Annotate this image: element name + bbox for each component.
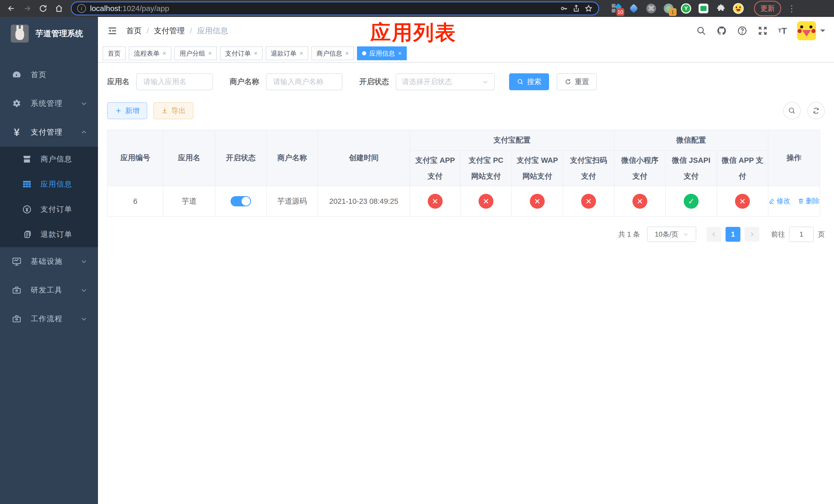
- cell-merchant: 芋道源码: [266, 186, 318, 216]
- cell-app-id: 6: [107, 186, 163, 216]
- toolbox-icon: [11, 284, 23, 296]
- sidebar-item-pay-order[interactable]: 支付订单: [0, 197, 98, 222]
- tab-home[interactable]: 首页: [103, 46, 126, 60]
- browser-forward-button[interactable]: [21, 2, 34, 15]
- tab-close-icon[interactable]: ×: [398, 50, 402, 56]
- tab-refund-order[interactable]: 退款订单×: [266, 46, 308, 60]
- sidebar-item-dev-tools[interactable]: 研发工具: [0, 276, 98, 304]
- cell-created: 2021-10-23 08:49:25: [318, 186, 410, 216]
- cell-wechat-lite: ✕: [614, 186, 665, 216]
- next-page-button[interactable]: [745, 227, 760, 242]
- search-icon: [517, 78, 524, 85]
- browser-reload-button[interactable]: [37, 2, 50, 15]
- col-header-alipay-qr: 支付宝扫码支付: [563, 151, 614, 186]
- password-key-icon[interactable]: [560, 4, 568, 13]
- tab-merchant-info[interactable]: 商户信息×: [311, 46, 354, 60]
- sidebar-item-app-info[interactable]: 应用信息: [0, 172, 98, 197]
- github-icon[interactable]: [717, 26, 727, 36]
- channel-status-icon: ✓: [684, 194, 699, 209]
- extension-command-icon[interactable]: ⌘: [646, 3, 657, 14]
- site-info-icon[interactable]: i: [77, 4, 86, 13]
- col-header-alipay-app: 支付宝 APP 支付: [410, 151, 460, 186]
- sidebar-item-pay[interactable]: ¥ 支付管理: [0, 118, 98, 147]
- breadcrumb: 首页 / 支付管理 / 应用信息: [126, 26, 228, 36]
- search-icon: [788, 107, 796, 115]
- edit-icon: [768, 198, 775, 204]
- browser-profile-avatar[interactable]: [733, 3, 744, 14]
- prev-page-button[interactable]: [706, 227, 721, 242]
- browser-menu-icon[interactable]: ⋮: [787, 6, 796, 11]
- breadcrumb-pay[interactable]: 支付管理: [154, 26, 185, 36]
- extension-badge: 1: [669, 8, 677, 16]
- app-name-input[interactable]: [136, 73, 213, 90]
- sidebar-item-infra[interactable]: 基础设施: [0, 247, 98, 276]
- sidebar-item-system[interactable]: 系统管理: [0, 89, 98, 118]
- share-icon[interactable]: [572, 4, 580, 13]
- reset-button[interactable]: 重置: [557, 73, 597, 90]
- search-button[interactable]: 搜索: [509, 73, 549, 90]
- documents-icon: [21, 229, 33, 240]
- col-header-merchant: 商户名称: [266, 130, 318, 186]
- tab-close-icon[interactable]: ×: [345, 50, 349, 56]
- header-search-icon[interactable]: [696, 26, 706, 36]
- tab-user-group[interactable]: 用户分组×: [174, 46, 217, 60]
- font-size-icon[interactable]: TT: [778, 26, 787, 35]
- add-button[interactable]: 新增: [107, 102, 147, 119]
- page-number-1[interactable]: 1: [725, 227, 740, 242]
- browser-update-button[interactable]: 更新: [754, 1, 781, 16]
- fullscreen-icon[interactable]: [758, 26, 768, 36]
- edit-link[interactable]: 修改: [768, 197, 790, 206]
- goto-page-input[interactable]: [789, 227, 814, 242]
- extension-recorder-icon[interactable]: 1: [663, 3, 674, 14]
- plus-icon: [115, 107, 122, 114]
- col-header-wechat-jsapi: 微信 JSAPI 支付: [665, 151, 717, 186]
- sidebar-item-workflow[interactable]: 工作流程: [0, 304, 98, 333]
- tab-close-icon[interactable]: ×: [208, 50, 212, 56]
- sidebar-item-home[interactable]: 首页: [0, 61, 98, 89]
- help-icon[interactable]: [737, 26, 747, 36]
- chevron-up-icon: [81, 129, 87, 136]
- col-group-wechat: 微信配置: [614, 130, 768, 151]
- sidebar-item-refund-order[interactable]: 退款订单: [0, 222, 98, 247]
- extension-blocks-icon[interactable]: 10: [611, 3, 622, 14]
- tab-close-icon[interactable]: ×: [300, 50, 303, 56]
- trash-icon: [797, 198, 804, 204]
- merchant-name-input[interactable]: [266, 73, 343, 90]
- delete-link[interactable]: 删除: [797, 197, 820, 206]
- bookmark-star-icon[interactable]: [585, 4, 593, 13]
- extension-chat-icon[interactable]: [698, 3, 709, 14]
- tab-close-icon[interactable]: ×: [162, 50, 166, 56]
- user-avatar-menu[interactable]: [797, 21, 825, 40]
- cell-wechat-app: ✕: [717, 186, 768, 216]
- page-size-select[interactable]: 10条/页: [647, 227, 696, 242]
- browser-toolbar: i localhost:1024/pay/app 10 ⌘ 1 Y 更新 ⋮: [0, 0, 834, 17]
- app-table: 应用编号 应用名 开启状态 商户名称 创建时间 支付宝配置 微信配置 操作 支付…: [107, 130, 820, 217]
- sidebar-item-merchant-info[interactable]: 商户信息: [0, 147, 98, 172]
- export-button[interactable]: 导出: [153, 102, 193, 119]
- cell-alipay-app: ✕: [410, 186, 460, 216]
- breadcrumb-home[interactable]: 首页: [126, 26, 141, 36]
- address-bar[interactable]: i localhost:1024/pay/app: [71, 2, 599, 15]
- tab-close-icon[interactable]: ×: [254, 50, 258, 56]
- app-logo-row[interactable]: 芋道管理系统: [0, 17, 98, 50]
- refresh-table-button[interactable]: [807, 102, 825, 119]
- browser-home-button[interactable]: [52, 2, 66, 15]
- shop-icon: [21, 153, 33, 165]
- tab-pay-order[interactable]: 支付订单×: [220, 46, 263, 60]
- coin-yen-icon: [21, 204, 33, 215]
- app-logo: [11, 25, 29, 43]
- extension-kite-icon[interactable]: [628, 3, 639, 14]
- col-group-alipay: 支付宝配置: [410, 130, 614, 151]
- extensions-puzzle-icon[interactable]: [716, 3, 726, 14]
- status-toggle[interactable]: [231, 196, 251, 206]
- chevron-down-icon: [81, 100, 87, 107]
- breadcrumb-current: 应用信息: [197, 26, 228, 36]
- sidebar-collapse-icon[interactable]: [107, 25, 118, 37]
- tab-app-info[interactable]: 应用信息×: [357, 46, 407, 60]
- tab-process-form[interactable]: 流程表单×: [129, 46, 171, 60]
- show-search-toggle-button[interactable]: [783, 102, 801, 119]
- status-select[interactable]: 请选择开启状态: [396, 73, 495, 90]
- goto-label: 前往: [771, 230, 785, 239]
- extension-y-icon[interactable]: Y: [681, 3, 692, 14]
- browser-back-button[interactable]: [5, 2, 18, 15]
